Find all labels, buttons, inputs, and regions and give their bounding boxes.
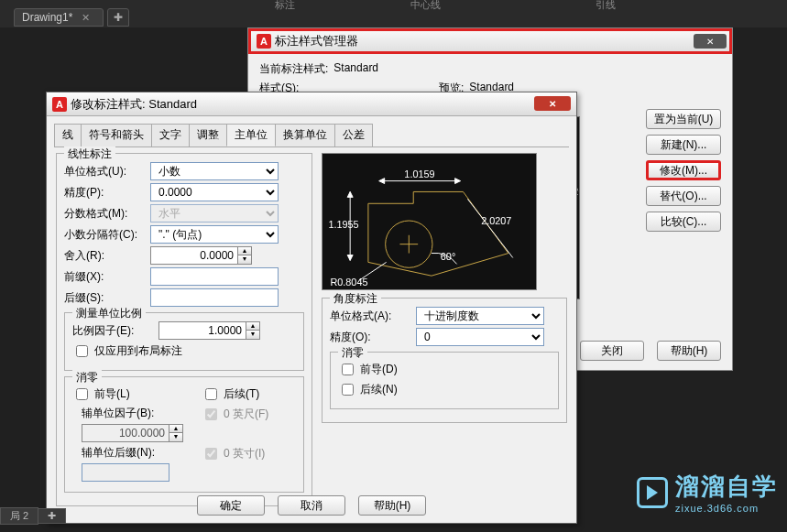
mds-title: 修改标注样式: Standard xyxy=(71,96,197,113)
mds-preview: 1.0159 1.1955 2.0207 60° R0.8045 xyxy=(322,153,537,290)
tab-fit[interactable]: 调整 xyxy=(189,124,227,147)
layout-tabs: 局 2 ✚ xyxy=(0,506,65,525)
dsm-help-button[interactable]: 帮助(H) xyxy=(657,341,721,361)
layout-add[interactable]: ✚ xyxy=(38,508,66,524)
inch-check: 0 英寸(I) xyxy=(202,445,268,462)
tab-lines[interactable]: 线 xyxy=(54,124,82,147)
modify-style-button[interactable]: 修改(M)... xyxy=(646,160,721,180)
subfactor-label: 辅单位因子(B): xyxy=(72,406,157,421)
help-button[interactable]: 帮助(H) xyxy=(358,495,426,516)
fraction-label: 分数格式(M): xyxy=(64,206,148,222)
svg-text:60°: 60° xyxy=(441,251,455,262)
ang-zero-title: 消零 xyxy=(338,345,367,361)
new-tab-button[interactable]: ✚ xyxy=(107,8,129,27)
angular-group-title: 角度标注 xyxy=(330,291,381,307)
decsep-label: 小数分隔符(C): xyxy=(64,227,148,243)
mds-titlebar[interactable]: A 修改标注样式: Standard ✕ xyxy=(47,92,576,116)
tab-primary-units[interactable]: 主单位 xyxy=(226,124,276,147)
ang-leading-check[interactable]: 前导(D) xyxy=(338,361,551,378)
modify-dimstyle-dialog: A 修改标注样式: Standard ✕ 线 符号和箭头 文字 调整 主单位 换… xyxy=(46,92,577,524)
ang-unit-label: 单位格式(A): xyxy=(330,309,414,324)
ang-precision-label: 精度(O): xyxy=(330,330,414,345)
subsuffix-input xyxy=(82,463,169,482)
document-tab-label: Drawing1* xyxy=(22,11,72,24)
unit-format-label: 单位格式(U): xyxy=(64,164,148,179)
new-style-button[interactable]: 新建(N)... xyxy=(646,135,721,155)
mds-close-button[interactable]: ✕ xyxy=(534,96,571,111)
dsm-close-button2[interactable]: 关闭 xyxy=(580,341,644,361)
suffix-label: 后缀(S): xyxy=(64,290,148,306)
document-tab[interactable]: Drawing1* ✕ xyxy=(14,8,104,27)
angular-dim-group: 角度标注 单位格式(A): 十进制度数 精度(O): 0 消零 前导(D) 后续… xyxy=(322,298,567,423)
cancel-button[interactable]: 取消 xyxy=(278,495,345,516)
watermark: 溜溜自学 zixue.3d66.com xyxy=(637,471,778,514)
scale-group-title: 测量单位比例 xyxy=(72,306,146,321)
zero-group-title: 消零 xyxy=(72,370,102,385)
precision-label: 精度(P): xyxy=(64,185,148,201)
zero-suppress-group: 消零 前导(L) 辅单位因子(B): ▲▼ 辅单位后缀(N): 后续(T) 0 … xyxy=(64,376,304,493)
layout-only-check[interactable]: 仅应用到布局标注 xyxy=(72,342,296,360)
watermark-brand: 溜溜自学 xyxy=(675,471,778,503)
current-style-value: Standard xyxy=(333,61,378,77)
scale-group: 测量单位比例 比例因子(E): ▲▼ 仅应用到布局标注 xyxy=(64,312,304,371)
override-button[interactable]: 替代(O)... xyxy=(646,186,721,206)
svg-text:1.0159: 1.0159 xyxy=(404,168,434,179)
current-style-label: 当前标注样式: xyxy=(259,61,328,77)
app-icon: A xyxy=(52,97,67,112)
svg-text:1.1955: 1.1955 xyxy=(328,219,358,230)
svg-line-9 xyxy=(467,199,512,257)
tab-symbols[interactable]: 符号和箭头 xyxy=(81,124,152,147)
unit-format-combo[interactable]: 小数 xyxy=(150,162,279,180)
svg-text:2.0207: 2.0207 xyxy=(481,215,511,226)
fraction-combo: 水平 xyxy=(150,204,279,223)
watermark-url: zixue.3d66.com xyxy=(675,503,778,514)
linear-group-title: 线性标注 xyxy=(64,147,115,162)
ang-precision-combo[interactable]: 0 xyxy=(416,328,544,346)
tab-text[interactable]: 文字 xyxy=(151,124,190,147)
scale-factor-label: 比例因子(E): xyxy=(72,323,157,339)
play-icon xyxy=(637,477,668,508)
suffix-input[interactable] xyxy=(150,288,279,307)
close-icon[interactable]: ✕ xyxy=(82,12,90,24)
app-icon: A xyxy=(257,34,271,49)
set-current-button[interactable]: 置为当前(U) xyxy=(646,109,721,129)
tab-tolerance[interactable]: 公差 xyxy=(334,124,373,147)
ang-unit-combo[interactable]: 十进制度数 xyxy=(416,307,544,325)
subfactor-spinner: ▲▼ xyxy=(82,424,183,442)
dsm-titlebar[interactable]: A 标注样式管理器 xyxy=(248,28,732,54)
tab-alt-units[interactable]: 换算单位 xyxy=(275,124,335,147)
feet-check: 0 英尺(F) xyxy=(202,406,268,423)
scale-factor-spinner[interactable]: ▲▼ xyxy=(158,321,260,340)
precision-combo[interactable]: 0.0000 xyxy=(150,183,279,201)
dsm-title: 标注样式管理器 xyxy=(275,33,358,49)
ang-trailing-check[interactable]: 后续(N) xyxy=(338,381,551,398)
dsm-close-button[interactable]: ✕ xyxy=(694,34,727,49)
ok-button[interactable]: 确定 xyxy=(197,495,265,516)
linear-dim-group: 线性标注 单位格式(U): 小数 精度(P): 0.0000 分数格式(M): … xyxy=(56,153,312,506)
ang-zero-group: 消零 前导(D) 后续(N) xyxy=(330,352,559,409)
leading-check[interactable]: 前导(L) xyxy=(72,385,183,403)
trailing-check[interactable]: 后续(T) xyxy=(202,385,268,403)
document-tabs: Drawing1* ✕ ✚ xyxy=(14,7,787,27)
round-spinner[interactable]: ▲▼ xyxy=(150,246,252,265)
subsuffix-label: 辅单位后缀(N): xyxy=(72,445,157,461)
compare-button[interactable]: 比较(C)... xyxy=(646,212,721,232)
mds-tabs: 线 符号和箭头 文字 调整 主单位 换算单位 公差 xyxy=(54,124,569,147)
layout-tab[interactable]: 局 2 xyxy=(0,507,38,525)
round-label: 舍入(R): xyxy=(64,248,148,264)
prefix-label: 前缀(X): xyxy=(64,269,148,285)
svg-text:R0.8045: R0.8045 xyxy=(330,277,367,288)
decsep-combo[interactable]: "." (句点) xyxy=(150,225,279,244)
prefix-input[interactable] xyxy=(150,267,279,286)
